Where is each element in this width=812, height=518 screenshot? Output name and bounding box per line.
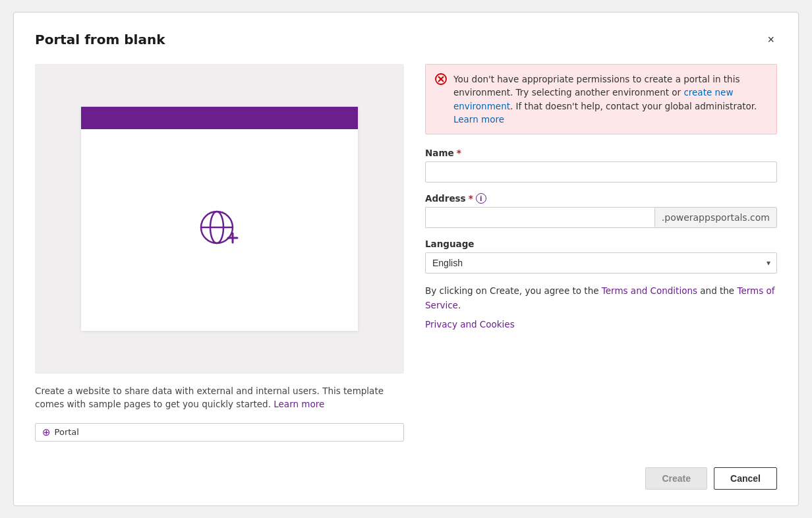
name-label: Name * bbox=[425, 148, 777, 158]
address-input[interactable] bbox=[425, 207, 654, 228]
error-text: You don't have appropriate permissions t… bbox=[453, 72, 767, 126]
error-learn-more-link[interactable]: Learn more bbox=[453, 114, 504, 125]
dialog-body: Create a website to share data with exte… bbox=[35, 64, 777, 490]
language-select[interactable]: English French German Spanish Japanese C… bbox=[425, 252, 777, 273]
address-suffix: .powerappsportals.com bbox=[654, 207, 777, 228]
portal-badge: ⊕ Portal bbox=[35, 423, 404, 442]
terms-text: By clicking on Create, you agree to the … bbox=[425, 284, 777, 312]
dialog-title: Portal from blank bbox=[35, 32, 165, 47]
language-select-wrapper: English French German Spanish Japanese C… bbox=[425, 252, 777, 273]
portal-badge-label: Portal bbox=[55, 427, 79, 437]
error-banner: You don't have appropriate permissions t… bbox=[425, 64, 777, 134]
preview-inner bbox=[81, 107, 358, 331]
description-learn-more-link[interactable]: Learn more bbox=[274, 399, 324, 409]
address-info-icon: i bbox=[476, 193, 486, 204]
privacy-cookies-link[interactable]: Privacy and Cookies bbox=[425, 319, 777, 330]
terms-conditions-link[interactable]: Terms and Conditions bbox=[602, 285, 697, 296]
address-required-star: * bbox=[469, 193, 473, 204]
close-button[interactable]: × bbox=[765, 31, 777, 48]
error-circle-icon bbox=[435, 73, 447, 126]
address-form-group: Address * i .powerappsportals.com bbox=[425, 193, 777, 228]
description-text: Create a website to share data with exte… bbox=[35, 384, 404, 411]
name-input[interactable] bbox=[425, 161, 777, 183]
language-form-group: Language English French German Spanish J… bbox=[425, 239, 777, 273]
preview-content bbox=[81, 129, 358, 331]
name-form-group: Name * bbox=[425, 148, 777, 183]
cancel-button[interactable]: Cancel bbox=[714, 467, 777, 490]
right-column: You don't have appropriate permissions t… bbox=[425, 64, 777, 490]
dialog-header: Portal from blank × bbox=[35, 31, 777, 48]
preview-box bbox=[35, 64, 404, 374]
address-label: Address * i bbox=[425, 193, 777, 204]
address-row: .powerappsportals.com bbox=[425, 207, 777, 228]
portal-from-blank-dialog: Portal from blank × bbox=[13, 12, 799, 506]
globe-plus-icon bbox=[193, 204, 246, 256]
left-column: Create a website to share data with exte… bbox=[35, 64, 404, 490]
preview-header-bar bbox=[81, 107, 358, 129]
dialog-footer: Create Cancel bbox=[425, 454, 777, 490]
create-button[interactable]: Create bbox=[645, 467, 707, 490]
language-label: Language bbox=[425, 239, 777, 249]
portal-globe-icon: ⊕ bbox=[42, 426, 51, 438]
name-required-star: * bbox=[457, 148, 461, 158]
